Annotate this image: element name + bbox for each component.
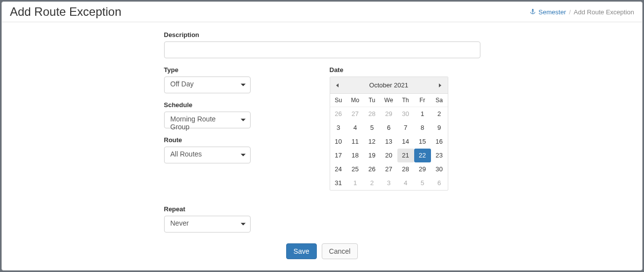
schedule-select[interactable]: Morning Route Group xyxy=(164,112,251,128)
calendar-day[interactable]: 3 xyxy=(381,176,397,190)
calendar-day[interactable]: 23 xyxy=(431,149,448,162)
calendar-day[interactable]: 9 xyxy=(431,121,448,135)
calendar-dow: Su xyxy=(330,94,347,107)
calendar-day[interactable]: 30 xyxy=(431,162,448,176)
calendar-day[interactable]: 4 xyxy=(347,121,364,135)
calendar-day[interactable]: 27 xyxy=(347,107,364,121)
calendar-dow: Fr xyxy=(414,94,431,107)
calendar-day[interactable]: 22 xyxy=(414,149,431,162)
calendar-dow: Tu xyxy=(364,94,381,107)
calendar-day[interactable]: 5 xyxy=(364,121,381,135)
calendar-day[interactable]: 4 xyxy=(397,176,414,190)
calendar-day[interactable]: 28 xyxy=(364,107,381,121)
calendar-day[interactable]: 31 xyxy=(330,176,347,190)
date-label: Date xyxy=(330,66,480,74)
chevron-left-icon xyxy=(336,83,339,87)
repeat-select[interactable]: Never xyxy=(164,216,251,233)
calendar-day[interactable]: 2 xyxy=(431,107,448,121)
calendar-day[interactable]: 11 xyxy=(347,135,364,149)
calendar-day[interactable]: 10 xyxy=(330,135,347,149)
calendar-day[interactable]: 21 xyxy=(397,149,414,162)
repeat-value: Never xyxy=(164,216,251,233)
calendar-dow: We xyxy=(381,94,397,107)
calendar-dow: Sa xyxy=(431,94,448,107)
schedule-label: Schedule xyxy=(164,101,251,109)
breadcrumb-separator: / xyxy=(569,8,571,16)
breadcrumb: Semester / Add Route Exception xyxy=(530,8,634,16)
route-value: All Routes xyxy=(164,147,251,163)
breadcrumb-link-semester[interactable]: Semester xyxy=(539,8,566,16)
calendar-month-title: October 2021 xyxy=(345,81,433,89)
calendar-day[interactable]: 6 xyxy=(431,176,448,190)
calendar-day[interactable]: 26 xyxy=(364,162,381,176)
calendar-day[interactable]: 16 xyxy=(431,135,448,149)
calendar-day[interactable]: 1 xyxy=(414,107,431,121)
calendar-day[interactable]: 27 xyxy=(381,162,397,176)
calendar-day[interactable]: 1 xyxy=(347,176,364,190)
calendar-next-button[interactable] xyxy=(433,77,448,94)
page-title: Add Route Exception xyxy=(10,5,121,19)
description-input[interactable] xyxy=(164,41,480,58)
save-button[interactable]: Save xyxy=(286,243,317,259)
calendar-day[interactable]: 2 xyxy=(364,176,381,190)
calendar-day[interactable]: 17 xyxy=(330,149,347,162)
calendar-day[interactable]: 26 xyxy=(330,107,347,121)
type-label: Type xyxy=(164,66,251,74)
type-value: Off Day xyxy=(164,77,251,93)
calendar-day[interactable]: 29 xyxy=(414,162,431,176)
calendar-day[interactable]: 28 xyxy=(397,162,414,176)
type-select[interactable]: Off Day xyxy=(164,77,251,93)
anchor-icon xyxy=(530,9,536,15)
calendar-day[interactable]: 24 xyxy=(330,162,347,176)
calendar-day[interactable]: 25 xyxy=(347,162,364,176)
cancel-button[interactable]: Cancel xyxy=(322,243,358,259)
calendar-prev-button[interactable] xyxy=(330,77,345,94)
calendar-day[interactable]: 8 xyxy=(414,121,431,135)
calendar-day[interactable]: 6 xyxy=(381,121,397,135)
calendar-day[interactable]: 18 xyxy=(347,149,364,162)
calendar-day[interactable]: 7 xyxy=(397,121,414,135)
description-label: Description xyxy=(164,31,480,39)
calendar-day[interactable]: 13 xyxy=(381,135,397,149)
calendar-day[interactable]: 3 xyxy=(330,121,347,135)
calendar-dow: Mo xyxy=(347,94,364,107)
calendar-day[interactable]: 14 xyxy=(397,135,414,149)
calendar-dow: Th xyxy=(397,94,414,107)
calendar-day[interactable]: 5 xyxy=(414,176,431,190)
chevron-right-icon xyxy=(439,83,441,87)
calendar: October 2021 SuMoTuWeThFrSa 262728293012… xyxy=(330,77,448,191)
breadcrumb-current: Add Route Exception xyxy=(574,8,634,16)
calendar-day[interactable]: 30 xyxy=(397,107,414,121)
calendar-day[interactable]: 29 xyxy=(381,107,397,121)
calendar-day[interactable]: 15 xyxy=(414,135,431,149)
calendar-day[interactable]: 19 xyxy=(364,149,381,162)
calendar-day[interactable]: 12 xyxy=(364,135,381,149)
route-select[interactable]: All Routes xyxy=(164,147,251,163)
calendar-day[interactable]: 20 xyxy=(381,149,397,162)
route-label: Route xyxy=(164,136,251,144)
repeat-label: Repeat xyxy=(164,205,480,213)
schedule-value: Morning Route Group xyxy=(164,112,251,128)
